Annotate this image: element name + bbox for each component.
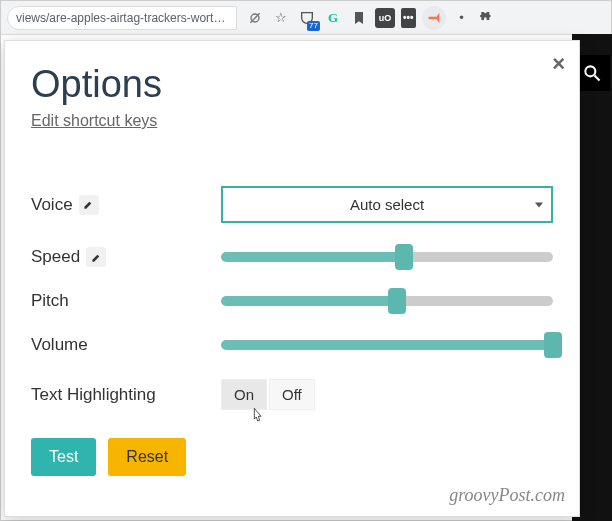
pitch-slider-col — [221, 294, 553, 308]
pocket-icon[interactable] — [297, 8, 317, 28]
edit-speed-icon[interactable] — [86, 247, 106, 267]
star-icon[interactable]: ☆ — [271, 8, 291, 28]
test-button[interactable]: Test — [31, 438, 96, 476]
voice-select-wrap: Auto select — [221, 186, 553, 223]
highlight-toggle-col: On Off — [221, 379, 553, 410]
highlight-off-button[interactable]: Off — [269, 379, 315, 410]
no-track-icon[interactable] — [245, 8, 265, 28]
edit-voice-icon[interactable] — [79, 195, 99, 215]
reset-button[interactable]: Reset — [108, 438, 186, 476]
row-highlight: Text Highlighting On Off — [31, 379, 553, 410]
highlight-label-col: Text Highlighting — [31, 385, 221, 405]
action-row: Test Reset — [31, 438, 553, 476]
grammarly-icon[interactable]: G — [323, 8, 343, 28]
speed-thumb[interactable] — [395, 244, 413, 270]
voice-select[interactable]: Auto select — [221, 186, 553, 223]
highlight-on-button[interactable]: On — [221, 379, 267, 410]
voice-label-col: Voice — [31, 195, 221, 215]
volume-slider[interactable] — [221, 338, 553, 352]
browser-toolbar: views/are-apples-airtag-trackers-worth-i… — [1, 1, 611, 35]
puzzle-icon[interactable] — [478, 8, 498, 28]
address-bar[interactable]: views/are-apples-airtag-trackers-worth-i… — [7, 6, 237, 30]
speed-label-col: Speed — [31, 247, 221, 267]
pitch-slider[interactable] — [221, 294, 553, 308]
row-speed: Speed — [31, 247, 553, 267]
voice-label: Voice — [31, 195, 73, 215]
speaker-icon[interactable] — [422, 6, 446, 30]
svg-line-3 — [595, 76, 600, 81]
speed-slider[interactable] — [221, 250, 553, 264]
row-volume: Volume — [31, 335, 553, 355]
edit-shortcuts-link[interactable]: Edit shortcut keys — [31, 112, 157, 130]
watermark: groovyPost.com — [449, 485, 565, 506]
pitch-label-col: Pitch — [31, 291, 221, 311]
row-voice: Voice Auto select — [31, 186, 553, 223]
extension-icons: ☆ G uO ••• • — [245, 6, 498, 30]
speed-slider-col — [221, 250, 553, 264]
popup-title: Options — [31, 63, 553, 106]
cursor-pointer-icon — [249, 407, 265, 427]
bullet-icon[interactable]: • — [452, 8, 472, 28]
volume-label: Volume — [31, 335, 88, 355]
speed-label: Speed — [31, 247, 80, 267]
volume-thumb[interactable] — [544, 332, 562, 358]
close-button[interactable]: × — [552, 53, 565, 75]
bookmark-icon[interactable] — [349, 8, 369, 28]
options-popup: × Options Edit shortcut keys Voice Auto … — [4, 40, 580, 517]
pitch-label: Pitch — [31, 291, 69, 311]
ublock-icon[interactable]: uO — [375, 8, 395, 28]
cookie-icon[interactable]: ••• — [401, 8, 416, 28]
highlight-label: Text Highlighting — [31, 385, 156, 405]
row-pitch: Pitch — [31, 291, 553, 311]
highlight-toggle-group: On Off — [221, 379, 553, 410]
svg-point-2 — [585, 66, 595, 76]
pitch-thumb[interactable] — [388, 288, 406, 314]
volume-label-col: Volume — [31, 335, 221, 355]
volume-slider-col — [221, 338, 553, 352]
